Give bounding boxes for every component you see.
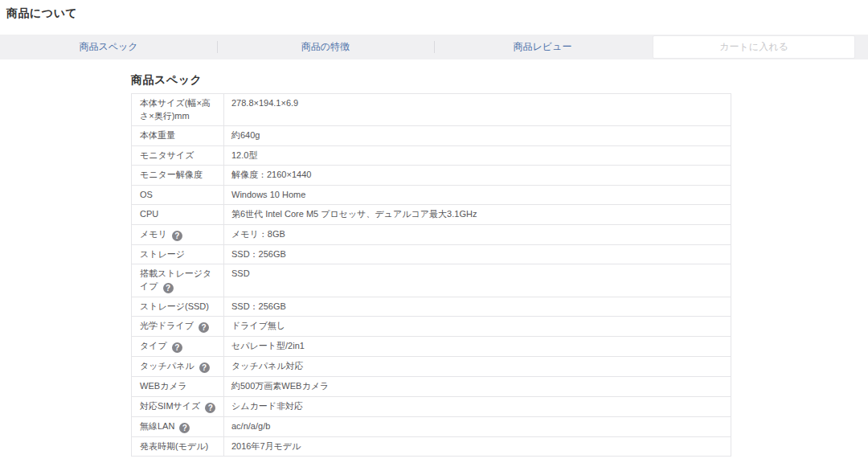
spec-table-body: 本体サイズ(幅×高さ×奥行)mm 278.8×194.1×6.9 本体重量 約6… — [132, 94, 731, 457]
spec-value: SSD — [224, 264, 731, 297]
spec-label-cell: ストレージ — [132, 244, 224, 264]
spec-label-cell: ストレージ(SSD) — [132, 297, 224, 317]
spec-label-cell: 搭載ストレージタイプ? — [132, 264, 224, 297]
spec-value: Windows 10 Home — [224, 185, 731, 205]
page-title: 商品について — [6, 6, 77, 21]
spec-label: メモリ — [140, 229, 167, 239]
spec-label: OS — [140, 190, 153, 199]
help-icon[interactable]: ? — [172, 231, 182, 241]
table-row: 光学ドライブ? ドライブ無し — [132, 317, 731, 337]
spec-table: 本体サイズ(幅×高さ×奥行)mm 278.8×194.1×6.9 本体重量 約6… — [131, 93, 731, 457]
spec-label: モニタサイズ — [140, 150, 194, 160]
spec-value: 278.8×194.1×6.9 — [224, 94, 731, 126]
add-to-cart-button[interactable]: カートに入れる — [653, 35, 855, 59]
spec-value: 12.0型 — [224, 145, 731, 166]
spec-label: タイプ — [140, 341, 167, 350]
table-row: 発表時期(モデル) 2016年7月モデル — [132, 436, 731, 457]
table-row: タイプ? セパレート型/2in1 — [132, 337, 731, 357]
spec-value: 第6世代 Intel Core M5 プロセッサ、デュアルコア最大3.1GHz — [224, 205, 731, 225]
spec-label: ストレージ — [140, 249, 185, 259]
spec-label-cell: メモリ? — [132, 224, 224, 244]
spec-value: セパレート型/2in1 — [224, 337, 731, 357]
spec-label-cell: 無線LAN? — [132, 416, 224, 436]
spec-label: CPU — [140, 209, 158, 219]
spec-value: タッチパネル対応 — [224, 357, 731, 377]
spec-label-cell: WEBカメラ — [132, 377, 224, 397]
spec-label-cell: タイプ? — [132, 337, 224, 357]
spec-label-cell: 本体重量 — [132, 126, 224, 146]
help-icon[interactable]: ? — [199, 362, 210, 373]
spec-value: 解像度：2160×1440 — [224, 166, 731, 186]
spec-label-cell: タッチパネル? — [132, 357, 224, 377]
help-icon[interactable]: ? — [163, 283, 174, 293]
spec-label-cell: OS — [132, 185, 224, 205]
tab-product-features[interactable]: 商品の特徴 — [217, 35, 434, 59]
table-row: モニタサイズ 12.0型 — [132, 145, 731, 166]
table-row: WEBカメラ 約500万画素WEBカメラ — [132, 377, 731, 397]
spec-label: WEBカメラ — [140, 381, 187, 391]
spec-value: ドライブ無し — [224, 317, 731, 337]
spec-label-cell: CPU — [132, 205, 224, 225]
help-icon[interactable]: ? — [179, 423, 190, 433]
spec-label: ストレージ(SSD) — [140, 301, 209, 311]
spec-label: 対応SIMサイズ — [140, 401, 200, 411]
spec-label: 発表時期(モデル) — [140, 441, 208, 451]
spec-label-cell: モニタサイズ — [132, 145, 224, 166]
table-row: 無線LAN? ac/n/a/g/b — [132, 416, 731, 436]
tab-bar: 商品スペック 商品の特徴 商品レビュー カートに入れる — [0, 35, 868, 59]
table-row: メモリ? メモリ：8GB — [132, 224, 731, 244]
spec-label-cell: 発表時期(モデル) — [132, 436, 224, 457]
help-icon[interactable]: ? — [199, 322, 209, 333]
spec-label: モニター解像度 — [140, 170, 203, 179]
spec-value: SSD：256GB — [224, 244, 731, 264]
spec-value: 約500万画素WEBカメラ — [224, 377, 731, 397]
spec-label-cell: 対応SIMサイズ? — [132, 396, 224, 416]
tab-product-reviews[interactable]: 商品レビュー — [434, 35, 651, 59]
table-row: CPU 第6世代 Intel Core M5 プロセッサ、デュアルコア最大3.1… — [132, 205, 731, 225]
table-row: 本体重量 約640g — [132, 126, 731, 146]
spec-label: 光学ドライブ — [140, 321, 194, 330]
table-row: 本体サイズ(幅×高さ×奥行)mm 278.8×194.1×6.9 — [132, 94, 731, 126]
table-row: モニター解像度 解像度：2160×1440 — [132, 166, 731, 186]
tab-product-spec[interactable]: 商品スペック — [0, 35, 217, 59]
table-row: ストレージ(SSD) SSD：256GB — [132, 297, 731, 317]
spec-label: 無線LAN — [140, 421, 174, 431]
table-row: 搭載ストレージタイプ? SSD — [132, 264, 731, 297]
spec-value: 2016年7月モデル — [224, 436, 731, 457]
spec-value: シムカード非対応 — [224, 396, 731, 416]
spec-label: 本体重量 — [140, 130, 175, 140]
table-row: 対応SIMサイズ? シムカード非対応 — [132, 396, 731, 416]
spec-label-cell: 本体サイズ(幅×高さ×奥行)mm — [132, 94, 224, 126]
spec-label: タッチパネル — [140, 361, 194, 371]
spec-value: ac/n/a/g/b — [224, 416, 731, 436]
spec-value: 約640g — [224, 126, 731, 146]
help-icon[interactable]: ? — [205, 403, 215, 413]
spec-label-cell: 光学ドライブ? — [132, 317, 224, 337]
table-row: タッチパネル? タッチパネル対応 — [132, 357, 731, 377]
spec-value: メモリ：8GB — [224, 224, 731, 244]
spec-label: 本体サイズ(幅×高さ×奥行)mm — [140, 98, 211, 121]
spec-label-cell: モニター解像度 — [132, 166, 224, 186]
table-row: ストレージ SSD：256GB — [132, 244, 731, 264]
spec-value: SSD：256GB — [224, 297, 731, 317]
table-row: OS Windows 10 Home — [132, 185, 731, 205]
spec-section-heading: 商品スペック — [131, 73, 202, 88]
spec-label: 搭載ストレージタイプ — [140, 268, 211, 291]
help-icon[interactable]: ? — [172, 342, 182, 353]
